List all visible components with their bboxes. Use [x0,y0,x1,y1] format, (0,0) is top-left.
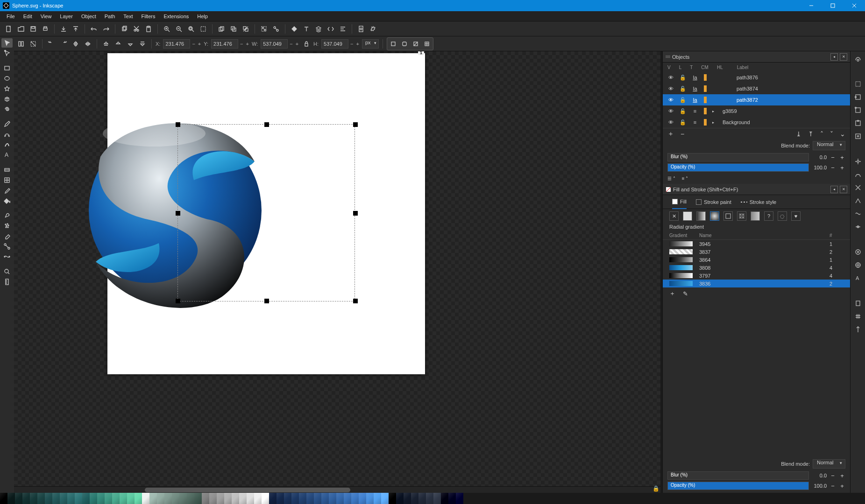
object-row[interactable]: 👁🔓Iapath3872 [663,94,850,105]
palette-color[interactable] [90,493,97,504]
collapse-icon[interactable]: ⌄ [840,130,845,138]
menu-help[interactable]: Help [193,13,212,20]
plus-icon[interactable]: + [296,41,298,47]
minus-icon[interactable]: − [830,164,836,171]
3dbox-tool-icon[interactable] [1,94,13,104]
plus-icon[interactable]: + [839,164,845,171]
raise-top-icon[interactable] [101,39,111,49]
raise-icon[interactable] [113,39,123,49]
layers-icon[interactable] [313,24,324,34]
minus-icon[interactable]: − [240,41,243,47]
move-down-icon[interactable]: ˅ [830,130,833,138]
plus-icon[interactable]: + [839,483,845,490]
paint-radial-icon[interactable] [710,211,719,221]
snap-text-icon[interactable]: A [853,273,863,283]
palette-color[interactable] [374,493,381,504]
palette-color[interactable] [179,493,187,504]
snap-enable-icon[interactable] [853,54,863,63]
snap-page-icon[interactable] [853,299,863,308]
menu-object[interactable]: Object [78,13,100,20]
plus-icon[interactable]: + [839,154,845,161]
palette-color[interactable] [157,493,164,504]
highlight-color-chip[interactable] [704,108,707,114]
zoom-out-icon[interactable] [174,24,184,34]
panel-close-icon[interactable]: ✕ [840,186,847,193]
palette-color[interactable] [239,493,247,504]
lock-icon[interactable]: 🔓 [680,86,686,92]
snap-path-icon[interactable] [853,170,863,179]
lower-bottom-icon[interactable] [137,39,148,49]
palette-color[interactable] [456,493,463,504]
palette-color[interactable] [30,493,37,504]
menu-text[interactable]: Text [120,13,136,20]
snap-bbox-center-icon[interactable] [853,132,863,141]
gradient-row[interactable]: 37974 [663,272,850,280]
export-icon[interactable] [71,24,81,34]
snap-bbox-edge-icon[interactable] [853,92,863,102]
object-row[interactable]: 👁🔓Iapath3874 [663,83,850,94]
bezier-tool-icon[interactable] [1,130,13,139]
object-row[interactable]: 👁🔓≡▸Background [663,117,850,128]
palette-color[interactable] [97,493,105,504]
affect-corners-icon[interactable] [399,39,410,49]
paste-icon[interactable] [143,24,154,34]
palette-color[interactable] [22,493,30,504]
align-icon[interactable] [338,24,348,34]
lock-icon[interactable]: 🔓 [680,75,686,81]
doc-props-icon[interactable] [356,24,366,34]
unlink-clone-icon[interactable] [241,24,251,34]
fs-opacity-slider[interactable]: Opacity (%) [667,482,809,490]
connector-tool-icon[interactable] [1,242,13,251]
minus-icon[interactable]: − [192,41,195,47]
palette-color[interactable] [164,493,172,504]
palette-color[interactable] [112,493,120,504]
minus-icon[interactable]: − [350,41,353,47]
text-tool-icon[interactable]: A [1,150,13,160]
redo-icon[interactable] [101,24,111,34]
calligraphy-tool-icon[interactable] [1,140,13,149]
minus-icon[interactable]: − [830,154,836,161]
lock-icon[interactable]: 🔓 [680,108,686,114]
flip-h-icon[interactable] [71,39,81,49]
paint-flat-icon[interactable] [683,211,692,221]
move-bottom-icon[interactable]: ⤓ [796,130,801,138]
palette-color[interactable] [82,493,90,504]
h-input[interactable]: 537.049 [321,39,348,49]
deselect-icon[interactable] [28,39,38,49]
palette-color[interactable] [247,493,254,504]
palette-color[interactable] [172,493,179,504]
fill-tab[interactable]: Fill [672,195,687,209]
snap-rotation-icon[interactable] [853,260,863,270]
paint-none-icon[interactable]: ✕ [669,211,679,221]
panel-menu-icon[interactable]: ◂ [830,53,838,61]
palette-color[interactable] [254,493,262,504]
minus-icon[interactable]: − [830,483,836,490]
eraser-tool-icon[interactable] [1,231,13,241]
menu-edit[interactable]: Edit [20,13,36,20]
print-icon[interactable] [40,24,50,34]
add-gradient-icon[interactable]: ＋ [669,289,675,298]
tweak-tool-icon[interactable] [1,211,13,220]
visibility-icon[interactable]: 👁 [667,86,674,91]
palette-color[interactable] [284,493,291,504]
snap-center-icon[interactable] [853,247,863,257]
maximize-button[interactable] [822,0,844,11]
lower-icon[interactable] [125,39,135,49]
ungroup-icon[interactable] [271,24,281,34]
rotate-cw-icon[interactable] [58,39,69,49]
panel-close-icon[interactable]: ✕ [840,53,847,61]
highlight-color-chip[interactable] [704,119,707,126]
gradient-row[interactable]: 38641 [663,256,850,264]
zoom-selection-icon[interactable] [198,24,208,34]
gradient-tool-icon[interactable] [1,165,13,175]
minus-icon[interactable]: − [830,472,836,479]
menu-filters[interactable]: Filters [138,13,159,20]
copy-icon[interactable] [119,24,129,34]
palette-color[interactable] [194,493,202,504]
snap-node-icon[interactable] [853,157,863,166]
palette-color[interactable] [60,493,67,504]
preferences-icon[interactable] [368,24,378,34]
menu-view[interactable]: View [37,13,56,20]
plus-icon[interactable]: + [839,472,845,479]
palette-color[interactable] [269,493,277,504]
